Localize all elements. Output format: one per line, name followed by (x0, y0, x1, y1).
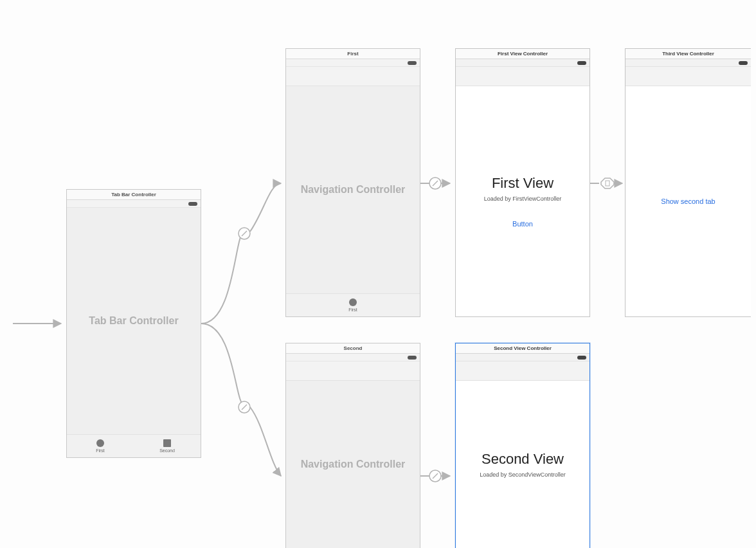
view-subtitle: Loaded by SecondViewController (480, 471, 565, 478)
status-bar (456, 354, 590, 361)
scene-first-view-controller[interactable]: First View Controller First View Loaded … (455, 48, 590, 317)
tab-item-label: First (96, 448, 105, 453)
circle-icon (349, 298, 357, 306)
square-icon (163, 439, 171, 447)
status-bar (286, 59, 420, 67)
scene-title: Second (286, 343, 420, 354)
placeholder-label: Navigation Controller (301, 184, 406, 196)
tab-item-label: Second (159, 448, 175, 453)
tab-item-label: First (348, 307, 357, 312)
status-bar (67, 200, 201, 208)
scene-title-label: Third View Controller (662, 51, 714, 57)
scene-body: Show second tab (626, 86, 751, 316)
svg-marker-11 (601, 178, 614, 188)
svg-point-15 (429, 470, 441, 482)
battery-icon (408, 61, 417, 65)
battery-icon (739, 61, 748, 65)
scene-title: Tab Bar Controller (67, 190, 201, 200)
scene-title-label: First View Controller (498, 51, 548, 57)
navigation-bar (286, 361, 420, 381)
tab-bar: First Second (67, 434, 201, 457)
status-bar (456, 59, 590, 67)
button[interactable]: Button (512, 220, 533, 228)
scene-title: First View Controller (456, 49, 590, 59)
tab-bar: First (286, 293, 420, 316)
placeholder-label: Navigation Controller (301, 459, 406, 470)
svg-rect-12 (606, 181, 609, 186)
view-subtitle: Loaded by FirstViewController (484, 196, 561, 202)
battery-icon (577, 356, 586, 360)
svg-point-1 (239, 228, 250, 239)
tab-item-first[interactable]: First (286, 294, 420, 316)
view-heading: First View (492, 175, 554, 192)
placeholder-label: Tab Bar Controller (89, 315, 178, 327)
scene-title: Third View Controller (626, 49, 751, 59)
navigation-bar (286, 67, 420, 86)
svg-point-7 (429, 178, 441, 189)
battery-icon (408, 356, 417, 360)
scene-navigation-controller-first[interactable]: First Navigation Controller First (285, 48, 420, 317)
scene-body: Navigation Controller (286, 86, 420, 293)
scene-body: Navigation Controller (286, 381, 420, 548)
view-heading: Second View (482, 451, 564, 468)
scene-body: Second View Loaded by SecondViewControll… (456, 381, 590, 548)
scene-third-view-controller[interactable]: Third View Controller Show second tab (625, 48, 751, 317)
battery-icon (188, 202, 197, 206)
show-second-tab-button[interactable]: Show second tab (661, 197, 715, 205)
scene-title: First (286, 49, 420, 59)
battery-icon (577, 61, 586, 65)
status-bar (286, 354, 420, 361)
scene-tab-bar-controller[interactable]: Tab Bar Controller Tab Bar Controller Fi… (66, 189, 201, 458)
navigation-bar (626, 67, 751, 86)
svg-line-8 (433, 181, 438, 186)
scene-title-label: Tab Bar Controller (111, 192, 156, 197)
scene-body: Tab Bar Controller (67, 208, 201, 434)
scene-body: First View Loaded by FirstViewController… (456, 86, 590, 316)
tab-item-first[interactable]: First (67, 435, 134, 457)
status-bar (626, 59, 751, 67)
svg-point-4 (239, 401, 250, 413)
svg-line-3 (251, 181, 262, 232)
scene-title-label: First (347, 51, 358, 57)
navigation-bar (456, 361, 590, 381)
svg-line-5 (242, 405, 247, 410)
tab-item-second[interactable]: Second (134, 435, 201, 457)
navigation-bar (456, 67, 590, 86)
scene-second-view-controller[interactable]: Second View Controller Second View Loade… (455, 343, 590, 548)
svg-line-16 (433, 473, 438, 479)
scene-navigation-controller-second[interactable]: Second Navigation Controller (285, 343, 420, 548)
scene-title-label: Second (344, 345, 363, 351)
circle-icon (96, 439, 104, 447)
scene-title: Second View Controller (456, 343, 590, 354)
svg-line-2 (242, 231, 247, 236)
scene-title-label: Second View Controller (494, 345, 552, 351)
